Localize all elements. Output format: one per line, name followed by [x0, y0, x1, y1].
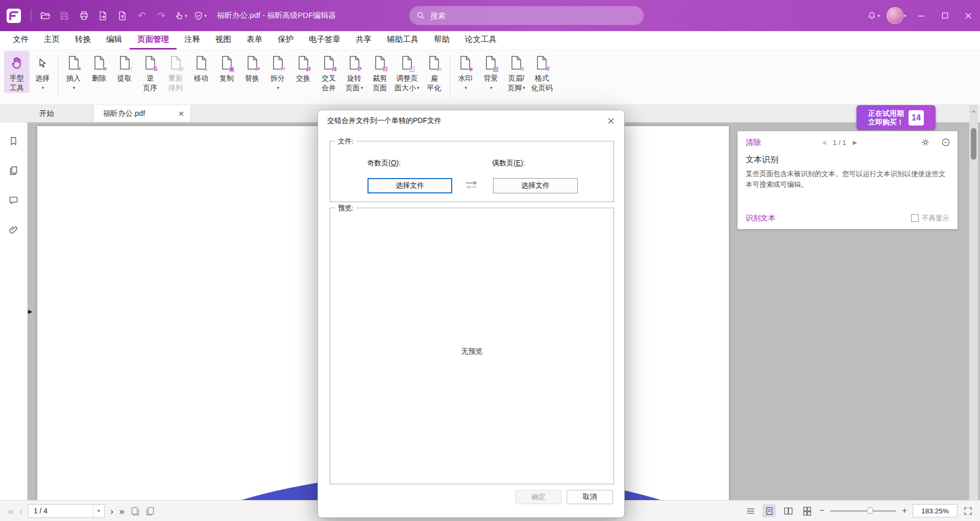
attachments-icon[interactable] — [5, 220, 23, 239]
ribbon-background[interactable]: ▨背景▾ — [478, 51, 504, 93]
chevron-down-icon: ▾ — [277, 83, 280, 93]
vertical-scrollbar[interactable] — [969, 105, 978, 500]
zoom-slider[interactable] — [830, 507, 896, 514]
ribbon-split-document[interactable]: ✂拆分▾ — [265, 51, 290, 93]
maximize-button[interactable] — [933, 0, 957, 31]
print-icon[interactable] — [74, 0, 93, 31]
dialog-close-icon[interactable] — [601, 112, 621, 130]
ribbon-insert-pages[interactable]: +插入▾ — [61, 51, 86, 93]
ribbon-hand-tool[interactable]: 手型工具 — [4, 51, 30, 93]
last-page-icon[interactable]: » — [119, 506, 125, 516]
foxit-logo — [6, 8, 21, 23]
menu-page-management[interactable]: 页面管理 — [130, 31, 177, 49]
share-document-icon[interactable] — [113, 0, 132, 31]
ribbon-watermark[interactable]: ◈水印▾ — [453, 51, 478, 93]
menu-comment[interactable]: 注释 — [177, 31, 208, 49]
ribbon-crop-pages[interactable]: ⊡裁剪页面 — [367, 51, 393, 93]
scrollbar-thumb[interactable] — [971, 128, 976, 160]
next-page-icon[interactable]: › — [110, 506, 113, 516]
menu-view[interactable]: 视图 — [208, 31, 239, 49]
ribbon-resize-pages[interactable]: ◱调整页面大小▾ — [393, 51, 422, 93]
menu-paper-tools[interactable]: 论文工具 — [457, 31, 504, 49]
zoom-slider-thumb[interactable] — [867, 507, 873, 514]
dont-show-again-checkbox[interactable]: 不再显示 — [911, 214, 949, 223]
cancel-button[interactable]: 取消 — [567, 490, 613, 504]
ribbon-format-page-numbers[interactable]: #格式化页码 — [529, 51, 555, 93]
settings-gear-icon[interactable] — [921, 138, 930, 147]
menu-help[interactable]: 帮助 — [426, 31, 457, 49]
recognize-text-link[interactable]: 识别文本 — [746, 213, 775, 223]
quick-action-icon[interactable]: ▾ — [171, 0, 190, 31]
collapse-panel-icon[interactable] — [941, 138, 950, 147]
menu-file[interactable]: 文件 — [5, 31, 36, 49]
ribbon-toolbar: 手型工具选择▾+插入▾×删除↑提取⇅逆页序⇄重新排列→移动▣复制⇌替换✂拆分▾⇄… — [0, 50, 980, 105]
clear-button[interactable]: 清除 — [746, 138, 761, 147]
ribbon-flatten[interactable]: ▭扁平化 — [422, 51, 447, 93]
ribbon-extract-pages[interactable]: ↑提取 — [112, 51, 137, 83]
notifications-bell-icon[interactable]: ▾ — [864, 0, 883, 31]
search-bar[interactable] — [409, 6, 644, 25]
export-document-icon[interactable] — [93, 0, 113, 31]
tab-start[interactable]: 开始 — [0, 105, 94, 122]
previous-view-icon[interactable] — [130, 506, 140, 516]
avatar[interactable] — [887, 7, 903, 24]
choose-odd-file-button[interactable]: 选择文件 — [368, 178, 452, 193]
bookmark-icon[interactable] — [5, 132, 23, 150]
delete-pages-icon: × — [93, 52, 105, 73]
ribbon-header-footer[interactable]: ≡页眉/页脚▾ — [504, 51, 529, 93]
menu-convert[interactable]: 转换 — [67, 31, 99, 49]
choose-even-file-button[interactable]: 选择文件 — [493, 178, 578, 193]
ribbon-rotate-pages[interactable]: ⟳旋转页面▾ — [341, 51, 367, 93]
buy-now-trial-badge[interactable]: 正在试用期 立即购买！ 14 — [856, 105, 936, 130]
previous-notice-icon[interactable]: ◀ — [822, 139, 826, 146]
page-dropdown-icon[interactable]: ▾ — [93, 505, 104, 517]
protect-icon[interactable]: ▾ — [190, 0, 210, 31]
zoom-level-input[interactable]: 183.25% — [913, 504, 958, 517]
watermark-icon: ◈ — [459, 52, 471, 73]
save-icon[interactable] — [55, 0, 74, 31]
pages-icon[interactable] — [5, 161, 23, 180]
open-file-icon[interactable] — [35, 0, 55, 31]
ribbon-copy-pages[interactable]: ▣复制 — [214, 51, 239, 83]
search-input[interactable] — [430, 11, 636, 20]
page-number-input[interactable]: 1 / 4 ▾ — [28, 504, 105, 518]
two-page-view-icon[interactable] — [781, 504, 795, 517]
menu-form[interactable]: 表单 — [239, 31, 270, 49]
ribbon-delete-pages[interactable]: ×删除 — [86, 51, 112, 83]
previous-page-icon[interactable]: ‹ — [19, 506, 22, 516]
single-page-view-icon[interactable] — [763, 504, 776, 517]
ribbon-reverse-page-order[interactable]: ⇅逆页序 — [137, 51, 163, 93]
tab-document[interactable]: 福昕办公.pdf ✕ — [94, 105, 191, 122]
close-tab-icon[interactable]: ✕ — [178, 110, 184, 118]
split-document-icon: ✂ — [272, 52, 284, 73]
left-navigation-panel — [0, 122, 28, 500]
next-view-icon[interactable] — [145, 506, 155, 516]
reading-mode-view-icon[interactable] — [744, 504, 757, 517]
minimize-button[interactable] — [910, 0, 933, 31]
reverse-page-order-icon: ⇅ — [144, 52, 156, 73]
next-notice-icon[interactable]: ▶ — [853, 139, 857, 146]
zoom-in-icon[interactable]: + — [902, 506, 907, 516]
menu-accessibility-tools[interactable]: 辅助工具 — [379, 31, 426, 49]
panel-expand-handle[interactable]: ▶ — [28, 308, 32, 315]
checkbox[interactable] — [911, 214, 919, 222]
ribbon-interleave-merge[interactable]: ⇉交叉合并 — [316, 51, 341, 93]
close-button[interactable] — [957, 0, 980, 31]
ribbon-swap-pages[interactable]: ⇄交换 — [290, 51, 316, 83]
continuous-facing-view-icon[interactable] — [800, 504, 814, 517]
ribbon-move-pages[interactable]: →移动 — [188, 51, 214, 83]
menu-home[interactable]: 主页 — [36, 31, 67, 49]
format-page-numbers-icon: # — [536, 52, 548, 73]
menu-edit[interactable]: 编辑 — [99, 31, 130, 49]
scroll-up-icon[interactable] — [969, 108, 978, 115]
menu-share[interactable]: 共享 — [348, 31, 379, 49]
account-avatar[interactable]: ▾ — [883, 0, 910, 31]
menu-esign[interactable]: 电子签章 — [301, 31, 348, 49]
first-page-icon[interactable]: « — [8, 506, 14, 516]
zoom-out-icon[interactable]: − — [819, 506, 824, 516]
comments-icon[interactable] — [5, 191, 23, 209]
fit-screen-icon[interactable] — [963, 506, 973, 516]
menu-protect[interactable]: 保护 — [270, 31, 301, 49]
ribbon-replace-pages[interactable]: ⇌替换 — [239, 51, 265, 83]
ribbon-select-tool[interactable]: 选择▾ — [30, 51, 55, 93]
